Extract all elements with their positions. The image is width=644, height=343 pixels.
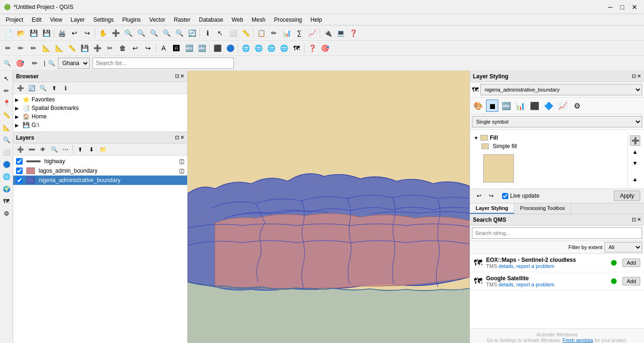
qms-google-add-button[interactable]: Add bbox=[622, 277, 640, 285]
zoom-full-button[interactable]: 🔍 bbox=[148, 27, 160, 39]
side-btn-3[interactable]: 📍 bbox=[1, 97, 12, 109]
add-feature-button[interactable]: ➕ bbox=[91, 42, 103, 54]
live-update-checkbox[interactable] bbox=[502, 193, 508, 199]
browser-add-button[interactable]: ➕ bbox=[15, 83, 25, 93]
label-btn2[interactable]: 🅰 bbox=[170, 42, 182, 54]
layers-float-button[interactable]: ⊡ bbox=[175, 134, 179, 141]
symbol-up2-button[interactable]: ▲ bbox=[630, 174, 640, 184]
styling-render-icon[interactable]: ⚙ bbox=[571, 100, 583, 112]
qms-google-details-link[interactable]: details bbox=[498, 282, 513, 287]
layer-nigeria[interactable]: nigeria_administrative_boundary bbox=[13, 176, 187, 185]
qms-filter-dropdown[interactable]: All In extent Out of extent bbox=[604, 242, 642, 252]
qms-eox-report-link[interactable]: report a problem bbox=[516, 263, 554, 269]
layers-more-button[interactable]: ⋯ bbox=[60, 144, 71, 155]
menu-layer[interactable]: Layer bbox=[67, 16, 89, 24]
layers-move-up-button[interactable]: ⬆ bbox=[75, 144, 85, 155]
calculator-button[interactable]: ∑ bbox=[293, 27, 305, 39]
deselect-button[interactable]: ⬜ bbox=[227, 27, 239, 39]
simple-fill-row[interactable]: Simple fill bbox=[472, 142, 626, 151]
attribute-table-button[interactable]: 📊 bbox=[281, 27, 293, 39]
symbol-type-dropdown[interactable]: Single symbol bbox=[472, 116, 642, 127]
styling-3d-icon[interactable]: 🔷 bbox=[543, 100, 555, 112]
layer-highway[interactable]: highway ◫ bbox=[13, 157, 187, 166]
side-btn-9[interactable]: 🌐 bbox=[1, 171, 12, 182]
tab-layer-styling[interactable]: Layer Styling bbox=[470, 203, 514, 214]
digitize-btn2[interactable]: ✏ bbox=[15, 42, 27, 54]
basemap-btn2[interactable]: 🌐 bbox=[252, 42, 264, 54]
symbol-down-button[interactable]: ▼ bbox=[630, 158, 640, 168]
styling-color-icon[interactable]: 🎨 bbox=[472, 100, 484, 112]
digitize-btn3[interactable]: ✏ bbox=[27, 42, 40, 54]
basemap-btn1[interactable]: 🌐 bbox=[239, 42, 252, 54]
redo-style-button[interactable]: ↪ bbox=[486, 191, 496, 201]
side-btn-6[interactable]: 🔍 bbox=[1, 134, 12, 145]
styling-label-icon[interactable]: 🔤 bbox=[500, 100, 512, 112]
menu-raster[interactable]: Raster bbox=[170, 16, 194, 24]
menu-help[interactable]: Help bbox=[307, 16, 326, 24]
styling-close-button[interactable]: ✕ bbox=[637, 73, 641, 79]
save-project-button[interactable]: 💾 bbox=[27, 27, 40, 39]
menu-view[interactable]: View bbox=[46, 16, 66, 24]
redo-button[interactable]: ↪ bbox=[81, 27, 93, 39]
undo-button[interactable]: ↩ bbox=[68, 27, 81, 39]
styling-hist-icon[interactable]: 📈 bbox=[557, 100, 569, 112]
layers-remove-button[interactable]: ➖ bbox=[26, 144, 37, 155]
plugin-button1[interactable]: 🔌 bbox=[322, 27, 334, 39]
browser-home[interactable]: ▶ 🏠 Home bbox=[13, 112, 187, 121]
open-project-button[interactable]: 📂 bbox=[15, 27, 27, 39]
layers-filter-button[interactable]: 🔍 bbox=[49, 144, 59, 155]
side-btn-1[interactable]: ↖ bbox=[1, 73, 12, 84]
move-feature-button[interactable]: ✂ bbox=[104, 42, 116, 54]
symbol-add-button[interactable]: ➕ bbox=[630, 135, 640, 146]
fresh-geodata-link[interactable]: Fresh geodata bbox=[562, 338, 593, 343]
browser-refresh-button[interactable]: 🔄 bbox=[26, 83, 37, 93]
digitize-special2[interactable]: 🔵 bbox=[224, 42, 236, 54]
qms-close-button[interactable]: ✕ bbox=[637, 217, 641, 223]
layers-move-down-button[interactable]: ⬇ bbox=[86, 144, 97, 155]
qms-float-button[interactable]: ⊡ bbox=[632, 217, 636, 223]
digitize-btn1[interactable]: ✏ bbox=[2, 42, 14, 54]
search-input[interactable] bbox=[92, 58, 234, 69]
digitize-special1[interactable]: ⬛ bbox=[211, 42, 223, 54]
print-button[interactable]: 🖨️ bbox=[56, 27, 68, 39]
identify-button[interactable]: ℹ bbox=[201, 27, 214, 39]
locate-button[interactable]: 🎯 bbox=[319, 42, 331, 54]
browser-drive-g[interactable]: ▶ 💾 G:\ bbox=[13, 121, 187, 129]
minimize-button[interactable]: ─ bbox=[605, 2, 616, 12]
plugin-button2[interactable]: 💻 bbox=[334, 27, 347, 39]
browser-filter-button[interactable]: 🔍 bbox=[38, 83, 48, 93]
qms-result-google[interactable]: 🗺 Google Satellite TMS details, report a… bbox=[470, 272, 644, 291]
qms-eox-add-button[interactable]: Add bbox=[622, 259, 640, 267]
zoom-out-button[interactable]: 🔍 bbox=[135, 27, 147, 39]
label-btn3[interactable]: 🔤 bbox=[183, 42, 195, 54]
menu-settings[interactable]: Settings bbox=[90, 16, 117, 24]
browser-bookmarks[interactable]: ▶ 📑 Spatial Bookmarks bbox=[13, 104, 187, 112]
side-btn-4[interactable]: 📏 bbox=[1, 109, 12, 121]
symbol-up-button[interactable]: ▲ bbox=[630, 147, 640, 157]
stats-button[interactable]: 📈 bbox=[306, 27, 318, 39]
styling-mask-icon[interactable]: ⬛ bbox=[528, 100, 541, 112]
styling-diagram-icon[interactable]: 📊 bbox=[514, 100, 527, 112]
menu-vector[interactable]: Vector bbox=[146, 16, 169, 24]
menu-edit[interactable]: Edit bbox=[28, 16, 45, 24]
save-edits-button[interactable]: 💾 bbox=[78, 42, 91, 54]
side-btn-10[interactable]: 🌍 bbox=[1, 183, 12, 194]
browser-float-button[interactable]: ⊡ bbox=[175, 73, 179, 79]
qms-eox-details-link[interactable]: details bbox=[498, 263, 513, 269]
basemap-btn3[interactable]: 🌐 bbox=[265, 42, 277, 54]
digitize-btn5[interactable]: 📐 bbox=[53, 42, 65, 54]
edit-redo-button[interactable]: ↪ bbox=[142, 42, 154, 54]
select-button[interactable]: ↖ bbox=[214, 27, 226, 39]
fill-expand-row[interactable]: ▼ Fill bbox=[472, 134, 626, 142]
help-button[interactable]: ❓ bbox=[347, 27, 359, 39]
menu-processing[interactable]: Processing bbox=[270, 16, 305, 24]
styling-float-button[interactable]: ⊡ bbox=[632, 73, 636, 79]
layer-highway-checkbox[interactable] bbox=[16, 158, 23, 165]
apply-button[interactable]: Apply bbox=[614, 191, 640, 201]
zoom-layer-button[interactable]: 🔍 bbox=[160, 27, 173, 39]
map-area[interactable] bbox=[188, 71, 470, 343]
qms-google-report-link[interactable]: report a problem bbox=[516, 282, 554, 287]
label-btn4[interactable]: 🔤 bbox=[196, 42, 208, 54]
zoom-in-button[interactable]: 🔍 bbox=[122, 27, 134, 39]
layers-close-button[interactable]: ✕ bbox=[180, 134, 184, 141]
